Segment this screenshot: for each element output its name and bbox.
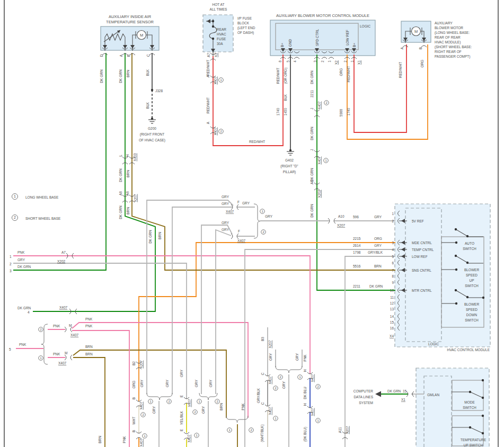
diagram-label: 4 (28, 310, 30, 314)
svg-text:1: 1 (14, 194, 16, 198)
diagram-label: M (69, 324, 72, 327)
diagram-label: LOGIC (360, 24, 371, 28)
diagram-label: DK GRN (148, 230, 152, 244)
diagram-label: DK GRN (17, 306, 31, 310)
junction-dot (455, 269, 457, 271)
diagram-label: PNK (241, 403, 245, 410)
diagram-label: C (146, 54, 150, 57)
diagram-label: 1450 (284, 108, 287, 115)
diagram-label: X4 (390, 334, 394, 338)
diagram-label: RED/WHT (276, 68, 280, 84)
diagram-label: L (119, 155, 122, 157)
diagram-label: 2 (321, 60, 324, 62)
junction-dot (212, 25, 214, 28)
diagram-label: GRY (374, 244, 382, 247)
diagram-label: SWITCH (465, 318, 479, 322)
svg-text:1: 1 (198, 400, 200, 403)
svg-text:2: 2 (262, 230, 264, 234)
diagram-label: B+ (280, 43, 284, 47)
diagram-label: ORG (374, 237, 382, 240)
diagram-label: HOT AT (213, 3, 225, 6)
svg-text:1: 1 (144, 434, 145, 437)
diagram-label: A7 (207, 53, 210, 57)
diagram-label: 1798 (353, 251, 361, 254)
diagram-label: H (303, 403, 307, 406)
diagram-label: 4 (392, 248, 394, 252)
diagram-label: X403 (133, 153, 137, 162)
diagram-label: GRY (295, 353, 299, 361)
svg-text:2: 2 (220, 130, 222, 133)
diagram-label: A (400, 47, 404, 49)
svg-text:1: 1 (299, 376, 300, 379)
diagram-label: REAR OF REAR (435, 35, 461, 39)
svg-text:2: 2 (250, 428, 252, 432)
junction-dot (455, 242, 457, 244)
diagram-label: G402 (285, 158, 294, 162)
diagram-label: H (303, 369, 307, 372)
diagram-label: PNK (85, 317, 93, 321)
diagram-label: 1 (10, 255, 12, 258)
diagram-label: X407 (311, 374, 314, 382)
diagram-label: E (180, 395, 183, 397)
diagram-label: TEMPERATURE SENSOR (106, 20, 154, 24)
diagram-label: C (261, 372, 264, 375)
diagram-label: 5 (9, 347, 11, 351)
diagram-label: 1740 (347, 108, 350, 115)
diagram-label: AUXILIARY (435, 21, 453, 25)
diagram-label: B (132, 430, 136, 432)
diagram-label: 3 (392, 241, 394, 245)
diagram-label: FUSE (217, 37, 226, 41)
junction-dot (466, 262, 468, 264)
diagram-label: X207 (346, 426, 349, 434)
rear-control-module (416, 368, 489, 447)
diagram-label: (LONG WHEEL BASE: (435, 31, 470, 35)
diagram-label: 2614 (353, 244, 361, 247)
diagram-label: PNK (19, 343, 26, 346)
diagram-label: 12 (390, 301, 394, 305)
diagram-label: BLK (284, 94, 287, 101)
diagram-label: (OR ORG) (284, 68, 288, 84)
diagram-label: BLK (146, 102, 149, 109)
diagram-label: UP SWITCH (464, 443, 483, 447)
diagram-label: 8 (278, 60, 282, 62)
diagram-label: SPEED (466, 308, 478, 311)
diagram-label: GRY (209, 379, 213, 387)
diagram-label: GRY/BLK (368, 251, 383, 254)
diagram-label: X407 (317, 101, 321, 110)
diagram-label: (SHORT WHEEL BASE: (435, 45, 472, 49)
diagram-label: 13 (390, 307, 394, 311)
diagram-label: GRY (222, 228, 229, 231)
diagram-label: 1 (350, 60, 354, 62)
diagram-label: 2211 (310, 90, 314, 97)
diagram-label: 5 (286, 60, 290, 62)
junction-dot (469, 426, 471, 428)
diagram-label: REAR (217, 28, 226, 31)
diagram-label: J (310, 108, 314, 109)
diagram-label: BRN (126, 70, 130, 77)
junction-dot (482, 397, 484, 399)
diagram-label: GRY (242, 201, 250, 205)
diagram-label: M (140, 33, 143, 38)
diagram-label: GMLAN (427, 393, 439, 397)
diagram-label: DK GRN (310, 204, 314, 218)
diagram-label: A10 (338, 214, 344, 218)
svg-text:2: 2 (14, 216, 16, 219)
brace (199, 393, 217, 400)
diagram-label: X407 (187, 434, 191, 443)
diagram-label: B (132, 397, 136, 399)
arrow-icon (375, 391, 381, 397)
diagram-label: PASSENGER COMPT) (435, 55, 470, 59)
diagram-label: 16 (390, 326, 394, 330)
diagram-label: COMPUTER (353, 389, 374, 393)
diagram-label: X407 (188, 399, 191, 407)
diagram-label: GRY/BLK (257, 388, 260, 403)
diagram-label: (RIGHT FRONT (140, 132, 164, 137)
diagram-label: 2 (10, 262, 12, 266)
junction-dot (212, 38, 214, 40)
diagram-label: SPEED (466, 273, 478, 277)
junction-dot (455, 289, 457, 291)
diagram-label: DK GRN (17, 265, 31, 269)
diagram-label: X407 (58, 361, 67, 365)
svg-text:2: 2 (194, 410, 196, 414)
diagram-label: X407 (226, 210, 234, 213)
